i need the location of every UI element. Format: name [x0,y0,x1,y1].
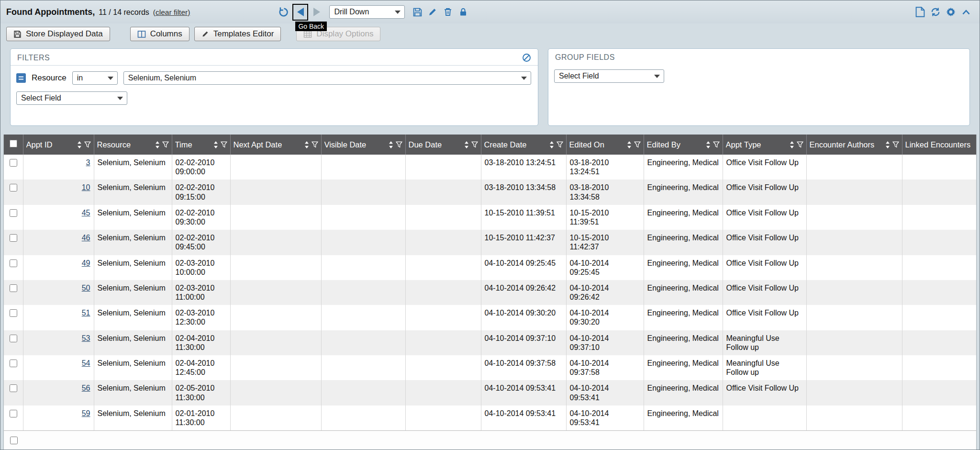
column-header[interactable]: Edited By [644,135,723,155]
filter-funnel-icon[interactable] [892,141,899,148]
row-checkbox[interactable] [10,209,17,217]
row-checkbox[interactable] [10,410,17,417]
cell-next-apt-date [230,280,321,305]
undo-button[interactable] [276,4,291,20]
row-checkbox[interactable] [10,284,17,292]
sort-icon[interactable] [389,141,393,148]
appt-id-link[interactable]: 53 [82,334,90,342]
sort-icon[interactable] [549,141,554,148]
delete-button[interactable] [440,4,456,20]
row-checkbox[interactable] [10,384,17,392]
cell-visible-date [321,255,405,280]
chevron-down-icon [395,11,401,14]
table-row: 50 Selenium, Selenium 02-03-2010 11:00:0… [4,280,976,305]
sort-icon[interactable] [304,141,309,148]
settings-button[interactable] [943,4,958,20]
filter-funnel-icon[interactable] [84,141,91,148]
cell-select [4,180,23,204]
cell-time: 02-01-2010 11:30:00 [172,405,230,430]
row-checkbox[interactable] [10,360,17,367]
templates-editor-button[interactable]: Templates Editor [194,27,281,41]
appt-id-link[interactable]: 50 [82,284,90,292]
appt-id-link[interactable]: 45 [82,209,90,217]
title-group: Found Appointments, 11 / 14 records (cle… [6,7,190,17]
cell-encounter-authors [806,355,902,380]
filter-funnel-icon[interactable] [797,141,803,148]
column-header[interactable]: Edited On [566,135,644,155]
cell-appt-type: Office Visit Follow Up [723,155,806,180]
column-header[interactable]: Encounter Authors [806,135,902,155]
cell-next-apt-date [230,180,321,204]
sort-icon[interactable] [155,141,160,148]
go-forward-button[interactable] [309,4,324,20]
appt-id-link[interactable]: 56 [82,384,90,392]
footer-checkbox[interactable] [10,437,18,444]
sort-icon[interactable] [706,141,711,148]
lock-button[interactable] [456,4,471,20]
cell-next-apt-date [230,205,321,230]
filter-funnel-icon[interactable] [221,141,227,148]
appt-id-link[interactable]: 51 [82,309,90,317]
add-filter-field-select[interactable]: Select Field [16,91,127,105]
select-all-checkbox[interactable] [10,140,17,147]
group-field-row: Select Field [548,65,969,83]
column-header[interactable]: Appt ID [23,135,94,155]
actions-row: Store Displayed Data Columns Templates E… [0,23,980,44]
sort-icon[interactable] [627,141,632,148]
appt-id-link[interactable]: 54 [82,359,90,367]
column-header[interactable]: Visible Date [321,135,405,155]
row-checkbox[interactable] [10,335,17,342]
cell-edited-by: Engineering, Medical [644,405,723,430]
column-header[interactable]: Create Date [481,135,566,155]
filter-funnel-icon[interactable] [471,141,478,148]
sort-icon[interactable] [77,141,82,148]
row-checkbox[interactable] [10,234,17,242]
filter-handle-icon[interactable] [16,73,26,83]
table-row: 53 Selenium, Selenium 02-04-2010 11:30:0… [4,330,976,355]
edit-button[interactable] [425,4,440,20]
cell-due-date [405,355,481,380]
filter-funnel-icon[interactable] [162,141,169,148]
appt-id-link[interactable]: 49 [82,259,90,267]
appt-id-link[interactable]: 59 [82,409,90,417]
clear-filters-button[interactable] [522,53,531,62]
store-displayed-data-button[interactable]: Store Displayed Data [6,27,110,41]
appt-id-link[interactable]: 46 [82,234,90,242]
columns-button[interactable]: Columns [130,27,189,41]
filter-funnel-icon[interactable] [713,141,720,148]
row-checkbox[interactable] [10,259,17,267]
filter-funnel-icon[interactable] [396,141,402,148]
filter-operator-select[interactable]: in [72,71,118,85]
column-label: Linked Encounters [905,140,971,149]
group-field-select[interactable]: Select Field [554,69,664,83]
column-header[interactable]: Resource [94,135,172,155]
sort-icon[interactable] [790,141,794,148]
row-checkbox[interactable] [10,184,17,191]
row-checkbox[interactable] [10,159,17,167]
filter-value-select[interactable]: Selenium, Selenium [123,71,531,85]
drill-down-select[interactable]: Drill Down [329,5,405,19]
cell-resource: Selenium, Selenium [94,280,172,305]
column-header[interactable]: Due Date [405,135,481,155]
column-header[interactable]: Appt Type [723,135,806,155]
refresh-button[interactable] [928,4,943,20]
clear-filter-link[interactable]: (clear filter) [153,8,190,17]
appt-id-link[interactable]: 3 [86,158,90,167]
sort-icon[interactable] [213,141,218,148]
collapse-button[interactable] [958,4,974,20]
column-header[interactable]: Next Apt Date [230,135,321,155]
cell-appt-id: 59 [23,405,94,430]
column-header[interactable]: Time [172,135,230,155]
filter-funnel-icon[interactable] [312,141,318,148]
cell-resource: Selenium, Selenium [94,180,172,204]
sort-icon[interactable] [885,141,890,148]
filter-funnel-icon[interactable] [557,141,563,148]
go-back-button[interactable] [292,4,308,21]
document-button[interactable] [913,4,928,20]
column-header[interactable]: Linked Encounters [902,135,976,155]
sort-icon[interactable] [464,141,469,148]
appt-id-link[interactable]: 10 [82,183,90,191]
row-checkbox[interactable] [10,309,17,317]
filter-funnel-icon[interactable] [634,141,641,148]
save-view-button[interactable] [410,4,425,20]
